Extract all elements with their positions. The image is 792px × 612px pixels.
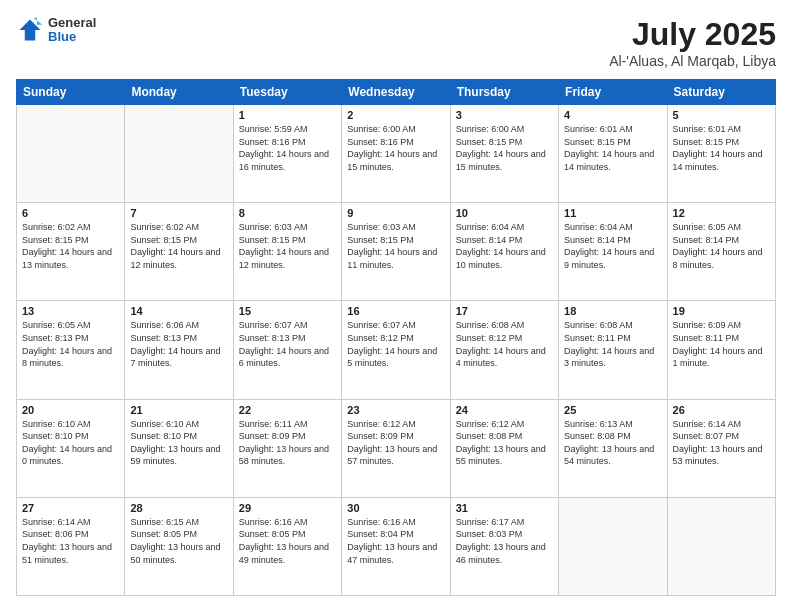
svg-marker-1 — [34, 18, 43, 25]
day-info: Sunrise: 6:09 AM Sunset: 8:11 PM Dayligh… — [673, 319, 770, 369]
page-header: General Blue July 2025 Al-'Aluas, Al Mar… — [16, 16, 776, 69]
day-info: Sunrise: 6:02 AM Sunset: 8:15 PM Dayligh… — [22, 221, 119, 271]
calendar-day-cell: 1Sunrise: 5:59 AM Sunset: 8:16 PM Daylig… — [233, 105, 341, 203]
day-info: Sunrise: 6:14 AM Sunset: 8:06 PM Dayligh… — [22, 516, 119, 566]
calendar-day-cell: 16Sunrise: 6:07 AM Sunset: 8:12 PM Dayli… — [342, 301, 450, 399]
day-info: Sunrise: 6:06 AM Sunset: 8:13 PM Dayligh… — [130, 319, 227, 369]
calendar-header-cell: Thursday — [450, 80, 558, 105]
month-year-title: July 2025 — [609, 16, 776, 53]
calendar-week-row: 27Sunrise: 6:14 AM Sunset: 8:06 PM Dayli… — [17, 497, 776, 595]
calendar-day-cell: 10Sunrise: 6:04 AM Sunset: 8:14 PM Dayli… — [450, 203, 558, 301]
day-info: Sunrise: 6:12 AM Sunset: 8:08 PM Dayligh… — [456, 418, 553, 468]
day-info: Sunrise: 6:15 AM Sunset: 8:05 PM Dayligh… — [130, 516, 227, 566]
day-number: 20 — [22, 404, 119, 416]
calendar-day-cell: 20Sunrise: 6:10 AM Sunset: 8:10 PM Dayli… — [17, 399, 125, 497]
day-info: Sunrise: 6:12 AM Sunset: 8:09 PM Dayligh… — [347, 418, 444, 468]
day-number: 14 — [130, 305, 227, 317]
day-number: 27 — [22, 502, 119, 514]
location-subtitle: Al-'Aluas, Al Marqab, Libya — [609, 53, 776, 69]
calendar-day-cell: 30Sunrise: 6:16 AM Sunset: 8:04 PM Dayli… — [342, 497, 450, 595]
calendar-header-cell: Monday — [125, 80, 233, 105]
day-number: 30 — [347, 502, 444, 514]
day-number: 11 — [564, 207, 661, 219]
day-info: Sunrise: 6:16 AM Sunset: 8:04 PM Dayligh… — [347, 516, 444, 566]
calendar-day-cell: 2Sunrise: 6:00 AM Sunset: 8:16 PM Daylig… — [342, 105, 450, 203]
calendar-table: SundayMondayTuesdayWednesdayThursdayFrid… — [16, 79, 776, 596]
calendar-day-cell: 26Sunrise: 6:14 AM Sunset: 8:07 PM Dayli… — [667, 399, 775, 497]
day-number: 21 — [130, 404, 227, 416]
calendar-day-cell: 18Sunrise: 6:08 AM Sunset: 8:11 PM Dayli… — [559, 301, 667, 399]
day-number: 17 — [456, 305, 553, 317]
day-number: 25 — [564, 404, 661, 416]
calendar-day-cell: 6Sunrise: 6:02 AM Sunset: 8:15 PM Daylig… — [17, 203, 125, 301]
day-number: 24 — [456, 404, 553, 416]
day-info: Sunrise: 6:10 AM Sunset: 8:10 PM Dayligh… — [130, 418, 227, 468]
calendar-day-cell: 19Sunrise: 6:09 AM Sunset: 8:11 PM Dayli… — [667, 301, 775, 399]
calendar-day-cell: 7Sunrise: 6:02 AM Sunset: 8:15 PM Daylig… — [125, 203, 233, 301]
logo: General Blue — [16, 16, 96, 45]
calendar-day-cell: 3Sunrise: 6:00 AM Sunset: 8:15 PM Daylig… — [450, 105, 558, 203]
calendar-day-cell: 22Sunrise: 6:11 AM Sunset: 8:09 PM Dayli… — [233, 399, 341, 497]
day-number: 28 — [130, 502, 227, 514]
day-info: Sunrise: 6:05 AM Sunset: 8:14 PM Dayligh… — [673, 221, 770, 271]
day-info: Sunrise: 6:05 AM Sunset: 8:13 PM Dayligh… — [22, 319, 119, 369]
calendar-body: 1Sunrise: 5:59 AM Sunset: 8:16 PM Daylig… — [17, 105, 776, 596]
day-info: Sunrise: 6:14 AM Sunset: 8:07 PM Dayligh… — [673, 418, 770, 468]
calendar-day-cell: 15Sunrise: 6:07 AM Sunset: 8:13 PM Dayli… — [233, 301, 341, 399]
day-number: 3 — [456, 109, 553, 121]
calendar-day-cell — [559, 497, 667, 595]
day-number: 10 — [456, 207, 553, 219]
day-info: Sunrise: 6:07 AM Sunset: 8:12 PM Dayligh… — [347, 319, 444, 369]
day-number: 26 — [673, 404, 770, 416]
day-number: 22 — [239, 404, 336, 416]
day-info: Sunrise: 6:08 AM Sunset: 8:11 PM Dayligh… — [564, 319, 661, 369]
calendar-header-cell: Sunday — [17, 80, 125, 105]
calendar-header-cell: Friday — [559, 80, 667, 105]
calendar-day-cell: 11Sunrise: 6:04 AM Sunset: 8:14 PM Dayli… — [559, 203, 667, 301]
calendar-header-cell: Wednesday — [342, 80, 450, 105]
calendar-day-cell — [667, 497, 775, 595]
calendar-day-cell: 4Sunrise: 6:01 AM Sunset: 8:15 PM Daylig… — [559, 105, 667, 203]
logo-text: General Blue — [48, 16, 96, 45]
day-info: Sunrise: 6:04 AM Sunset: 8:14 PM Dayligh… — [456, 221, 553, 271]
calendar-day-cell: 29Sunrise: 6:16 AM Sunset: 8:05 PM Dayli… — [233, 497, 341, 595]
calendar-day-cell — [125, 105, 233, 203]
day-number: 8 — [239, 207, 336, 219]
day-info: Sunrise: 6:10 AM Sunset: 8:10 PM Dayligh… — [22, 418, 119, 468]
day-info: Sunrise: 6:01 AM Sunset: 8:15 PM Dayligh… — [564, 123, 661, 173]
day-info: Sunrise: 6:00 AM Sunset: 8:16 PM Dayligh… — [347, 123, 444, 173]
calendar-week-row: 13Sunrise: 6:05 AM Sunset: 8:13 PM Dayli… — [17, 301, 776, 399]
day-number: 9 — [347, 207, 444, 219]
day-info: Sunrise: 6:16 AM Sunset: 8:05 PM Dayligh… — [239, 516, 336, 566]
day-number: 29 — [239, 502, 336, 514]
day-number: 5 — [673, 109, 770, 121]
calendar-day-cell: 8Sunrise: 6:03 AM Sunset: 8:15 PM Daylig… — [233, 203, 341, 301]
calendar-day-cell: 31Sunrise: 6:17 AM Sunset: 8:03 PM Dayli… — [450, 497, 558, 595]
day-number: 12 — [673, 207, 770, 219]
day-number: 7 — [130, 207, 227, 219]
day-info: Sunrise: 6:11 AM Sunset: 8:09 PM Dayligh… — [239, 418, 336, 468]
calendar-day-cell — [17, 105, 125, 203]
calendar-week-row: 1Sunrise: 5:59 AM Sunset: 8:16 PM Daylig… — [17, 105, 776, 203]
calendar-header-cell: Tuesday — [233, 80, 341, 105]
calendar-day-cell: 21Sunrise: 6:10 AM Sunset: 8:10 PM Dayli… — [125, 399, 233, 497]
calendar-header-row: SundayMondayTuesdayWednesdayThursdayFrid… — [17, 80, 776, 105]
day-info: Sunrise: 6:04 AM Sunset: 8:14 PM Dayligh… — [564, 221, 661, 271]
day-info: Sunrise: 6:08 AM Sunset: 8:12 PM Dayligh… — [456, 319, 553, 369]
day-info: Sunrise: 6:13 AM Sunset: 8:08 PM Dayligh… — [564, 418, 661, 468]
day-number: 15 — [239, 305, 336, 317]
day-number: 23 — [347, 404, 444, 416]
calendar-header-cell: Saturday — [667, 80, 775, 105]
day-number: 6 — [22, 207, 119, 219]
day-number: 18 — [564, 305, 661, 317]
logo-icon — [16, 16, 44, 44]
day-info: Sunrise: 6:00 AM Sunset: 8:15 PM Dayligh… — [456, 123, 553, 173]
calendar-day-cell: 13Sunrise: 6:05 AM Sunset: 8:13 PM Dayli… — [17, 301, 125, 399]
day-info: Sunrise: 6:17 AM Sunset: 8:03 PM Dayligh… — [456, 516, 553, 566]
calendar-week-row: 6Sunrise: 6:02 AM Sunset: 8:15 PM Daylig… — [17, 203, 776, 301]
day-number: 19 — [673, 305, 770, 317]
calendar-day-cell: 12Sunrise: 6:05 AM Sunset: 8:14 PM Dayli… — [667, 203, 775, 301]
day-number: 2 — [347, 109, 444, 121]
calendar-week-row: 20Sunrise: 6:10 AM Sunset: 8:10 PM Dayli… — [17, 399, 776, 497]
day-number: 4 — [564, 109, 661, 121]
